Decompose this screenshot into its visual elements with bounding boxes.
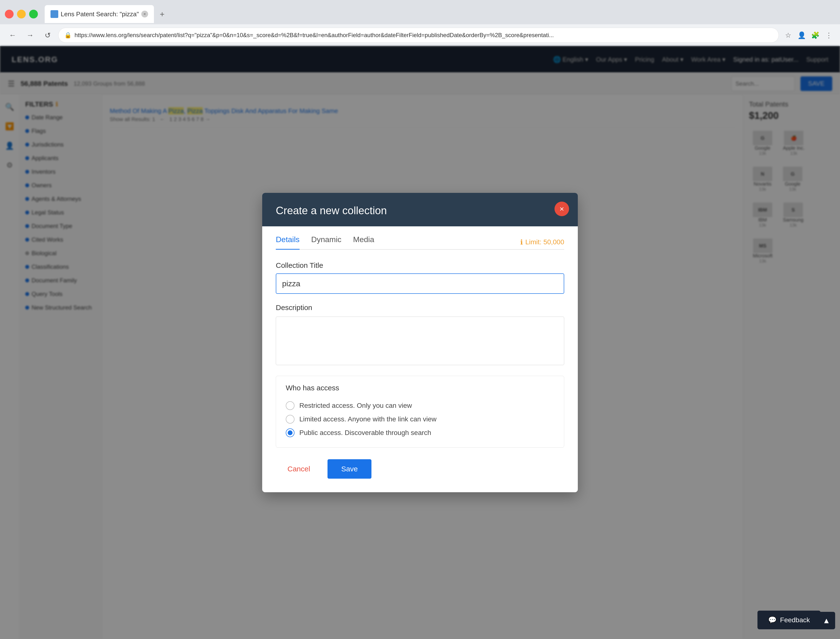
collection-title-label: Collection Title (276, 261, 564, 270)
traffic-lights (5, 10, 38, 18)
radio-restricted[interactable]: Restricted access. Only you can view (286, 399, 554, 412)
radio-circle-limited (286, 415, 295, 424)
info-icon: ℹ (520, 238, 523, 246)
modal-actions: Cancel Save (276, 459, 564, 478)
bookmark-icon[interactable]: ☆ (783, 30, 794, 41)
browser-chrome: Lens Patent Search: "pizza" × + ← → ↺ 🔒 … (0, 0, 840, 46)
close-window-button[interactable] (5, 10, 14, 18)
access-section: Who has access Restricted access. Only y… (276, 376, 564, 448)
tab-media[interactable]: Media (353, 235, 374, 250)
limit-label: Limit: 50,000 (525, 238, 564, 246)
maximize-window-button[interactable] (29, 10, 38, 18)
forward-icon: → (27, 31, 34, 39)
modal-tabs: Details Dynamic Media ℹ Limit: 50,000 (276, 226, 564, 250)
menu-icon[interactable]: ⋮ (824, 30, 834, 41)
address-text: https://www.lens.org/lens/search/patent/… (75, 32, 773, 38)
modal-header: Create a new collection (262, 193, 578, 226)
description-textarea[interactable] (276, 316, 564, 365)
profile-icon[interactable]: 👤 (796, 30, 807, 41)
feedback-button[interactable]: 💬 Feedback (757, 610, 821, 629)
lock-icon: 🔒 (64, 32, 72, 38)
tab-details[interactable]: Details (276, 235, 300, 250)
browser-tab-active[interactable]: Lens Patent Search: "pizza" × (45, 5, 154, 23)
back-button[interactable]: ← (6, 29, 19, 42)
limit-info: ℹ Limit: 50,000 (520, 235, 564, 249)
modal-body: Details Dynamic Media ℹ Limit: 50,000 Co… (262, 226, 578, 492)
tab-dynamic[interactable]: Dynamic (311, 235, 341, 250)
modal-title: Create a new collection (276, 205, 387, 216)
reload-button[interactable]: ↺ (41, 29, 54, 42)
save-button[interactable]: Save (327, 459, 371, 478)
minimize-window-button[interactable] (17, 10, 26, 18)
address-bar[interactable]: 🔒 https://www.lens.org/lens/search/paten… (58, 28, 779, 43)
close-icon: × (559, 205, 564, 213)
tab-favicon (51, 10, 58, 18)
radio-public-label: Public access. Discoverable through sear… (299, 429, 431, 437)
scroll-to-top-button[interactable]: ▲ (818, 612, 835, 629)
extensions-icon[interactable]: 🧩 (810, 30, 821, 41)
radio-circle-public (286, 428, 295, 437)
collection-title-input[interactable] (276, 273, 564, 294)
feedback-chat-icon: 💬 (768, 616, 777, 624)
description-label: Description (276, 304, 564, 312)
radio-limited-label: Limited access. Anyone with the link can… (299, 415, 437, 423)
new-tab-button[interactable]: + (156, 8, 169, 21)
description-section: Description (276, 304, 564, 366)
browser-nav-icons: ☆ 👤 🧩 ⋮ (783, 30, 834, 41)
modal-close-button[interactable]: × (555, 202, 569, 216)
radio-limited[interactable]: Limited access. Anyone with the link can… (286, 412, 554, 426)
feedback-label: Feedback (780, 616, 810, 624)
navigation-bar: ← → ↺ 🔒 https://www.lens.org/lens/search… (0, 24, 840, 46)
access-title: Who has access (286, 384, 554, 392)
tab-title: Lens Patent Search: "pizza" (61, 10, 139, 18)
modal-overlay[interactable]: Create a new collection × Details Dynami… (0, 46, 840, 639)
tab-close-button[interactable]: × (141, 11, 148, 17)
forward-button[interactable]: → (23, 29, 37, 42)
create-collection-modal: Create a new collection × Details Dynami… (262, 193, 578, 492)
back-icon: ← (9, 31, 16, 39)
reload-icon: ↺ (45, 31, 51, 40)
radio-restricted-label: Restricted access. Only you can view (299, 402, 412, 410)
scroll-up-icon: ▲ (822, 616, 830, 625)
collection-title-section: Collection Title (276, 261, 564, 294)
radio-circle-restricted (286, 401, 295, 410)
radio-public[interactable]: Public access. Discoverable through sear… (286, 426, 554, 440)
tab-bar: Lens Patent Search: "pizza" × + (0, 0, 840, 24)
cancel-button[interactable]: Cancel (276, 459, 322, 478)
